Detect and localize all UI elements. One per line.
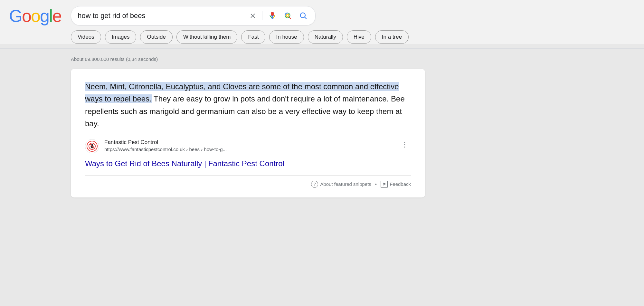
chip-hive[interactable]: Hive (347, 30, 371, 44)
chip-videos[interactable]: Videos (71, 30, 101, 44)
image-search-button[interactable] (282, 10, 293, 21)
chip-in-a-tree[interactable]: In a tree (375, 30, 409, 44)
search-icons (248, 10, 309, 21)
feedback-label: Feedback (390, 181, 411, 187)
results-area: About 69.800.000 results (0,34 seconds) … (0, 49, 644, 205)
about-snippets-label: About featured snippets (320, 181, 371, 187)
voice-search-button[interactable] (267, 10, 278, 21)
logo-o2: o (31, 6, 40, 26)
card-divider (85, 175, 411, 176)
snippet-text: Neem, Mint, Citronella, Eucalyptus, and … (85, 81, 411, 130)
about-snippets[interactable]: ? About featured snippets (311, 181, 371, 188)
search-button[interactable] (298, 10, 309, 21)
result-link[interactable]: Ways to Get Rid of Bees Naturally | Fant… (85, 159, 411, 168)
more-options-button[interactable]: ⋮ (399, 139, 411, 150)
chip-naturally[interactable]: Naturally (308, 30, 343, 44)
header: Google (0, 0, 644, 26)
svg-point-3 (286, 14, 289, 17)
source-favicon (85, 139, 99, 153)
footer-row: ? About featured snippets • ⚑ Feedback (85, 181, 411, 188)
source-url: https://www.fantasticpestcontrol.co.uk ›… (104, 147, 227, 152)
google-logo: Google (9, 6, 61, 26)
logo-o1: o (22, 6, 31, 26)
filter-chips: Videos Images Outside Without killing th… (0, 26, 644, 44)
feedback-button[interactable]: ⚑ Feedback (381, 181, 411, 188)
logo-l: l (49, 6, 52, 26)
search-bar (71, 6, 316, 25)
featured-snippet-card: Neem, Mint, Citronella, Eucalyptus, and … (71, 69, 425, 197)
logo-g: G (9, 6, 22, 26)
results-count: About 69.800.000 results (0,34 seconds) (71, 56, 644, 62)
chip-without-killing[interactable]: Without killing them (176, 30, 237, 44)
pest-icon (89, 143, 96, 150)
chip-fast[interactable]: Fast (241, 30, 265, 44)
clear-button[interactable] (248, 11, 258, 21)
logo-g2: g (40, 6, 49, 26)
source-row-right: ⋮ (399, 139, 411, 150)
footer-separator: • (375, 181, 377, 187)
search-icon (299, 12, 308, 20)
microphone-icon (268, 12, 277, 20)
chip-in-house[interactable]: In house (269, 30, 304, 44)
chip-images[interactable]: Images (105, 30, 137, 44)
divider (262, 11, 262, 20)
source-info: Fantastic Pest Control https://www.fanta… (104, 139, 227, 152)
lens-icon (284, 12, 292, 20)
question-icon: ? (311, 181, 318, 188)
chip-outside[interactable]: Outside (140, 30, 173, 44)
favicon-inner (87, 141, 98, 152)
clear-icon (249, 12, 256, 19)
logo-e: e (52, 6, 61, 26)
source-name: Fantastic Pest Control (104, 139, 227, 146)
flag-icon: ⚑ (381, 181, 388, 188)
source-row: Fantastic Pest Control https://www.fanta… (85, 139, 411, 153)
search-input[interactable] (78, 12, 245, 20)
